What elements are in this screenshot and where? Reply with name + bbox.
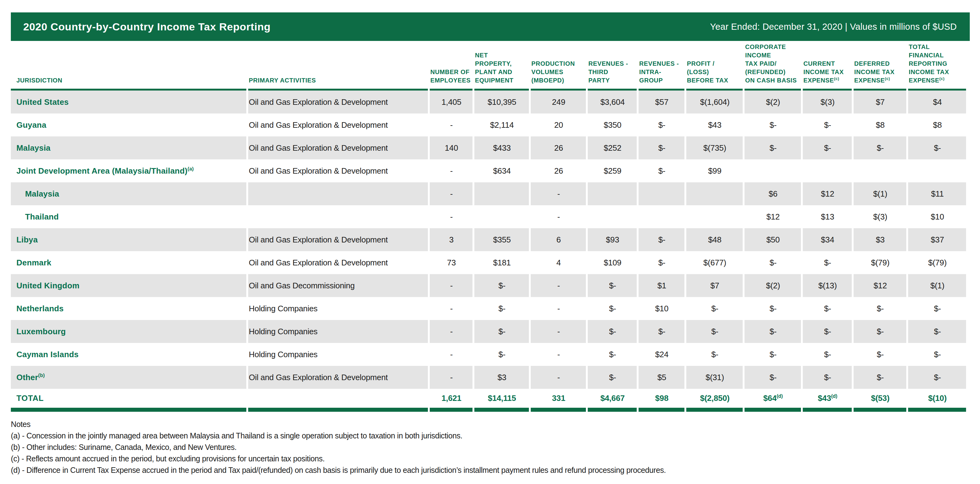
production-volumes-cell: 26 [531,136,586,160]
revenues-third-party-cell: $350 [588,113,637,136]
current-income-tax-expense-cell [803,160,852,182]
current-income-tax-expense-cell: $12 [803,182,852,205]
column-header-current-income-tax-expense: CURRENT INCOME TAX EXPENSE(c) [803,41,852,91]
net-property-plant-equipment-cell: $14,115 [474,389,529,412]
profit-loss-before-tax-cell: $(1,604) [686,91,743,113]
current-income-tax-expense-cell: $34 [803,228,852,251]
corporate-income-tax-paid-cell: $(2) [745,91,801,113]
corporate-income-tax-paid-cell: $- [745,343,801,366]
production-volumes-cell: 20 [531,113,586,136]
total-financial-reporting-income-tax-expense-cell: $- [908,366,966,389]
activity-cell: Holding Companies [248,320,428,343]
total-financial-reporting-income-tax-expense-cell: $11 [908,182,966,205]
revenues-third-party-cell: $3,604 [588,91,637,113]
activity-cell [248,205,428,228]
deferred-income-tax-expense-cell: $- [854,320,906,343]
header-row: JURISDICTIONPRIMARY ACTIVITIESNUMBER OF … [11,41,966,91]
deferred-income-tax-expense-cell: $- [854,297,906,320]
number-of-employees-cell: - [430,205,473,228]
total-financial-reporting-income-tax-expense-cell: $8 [908,113,966,136]
report-period-subtitle: Year Ended: December 31, 2020 | Values i… [710,22,957,32]
table-row: NetherlandsHolding Companies-$--$-$10$-$… [11,297,966,320]
activity-cell: Holding Companies [248,297,428,320]
profit-loss-before-tax-cell: $(677) [686,251,743,274]
note-item: (a) - Concession in the jointly managed … [11,430,970,441]
table-row: Thailand--$12$13$(3)$10 [11,205,966,228]
current-income-tax-expense-cell: $(13) [803,274,852,297]
revenues-intra-group-cell [639,205,684,228]
deferred-income-tax-expense-cell: $- [854,366,906,389]
profit-loss-before-tax-cell: $(2,850) [686,389,743,412]
revenues-intra-group-cell: $- [639,228,684,251]
table-row: Cayman IslandsHolding Companies-$--$-$24… [11,343,966,366]
number-of-employees-cell: - [430,343,473,366]
total-financial-reporting-income-tax-expense-cell: $(79) [908,251,966,274]
current-income-tax-expense-cell: $- [803,320,852,343]
table-row: Malaysia--$6$12$(1)$11 [11,182,966,205]
jurisdiction-cell: Denmark [11,251,246,274]
net-property-plant-equipment-cell: $2,114 [474,113,529,136]
number-of-employees-cell: 1,621 [430,389,473,412]
deferred-income-tax-expense-cell: $8 [854,113,906,136]
table-row: United StatesOil and Gas Exploration & D… [11,91,966,113]
jurisdiction-cell: Libya [11,228,246,251]
number-of-employees-cell: - [430,113,473,136]
jurisdiction-cell: Cayman Islands [11,343,246,366]
total-row: TOTAL1,621$14,115331$4,667$98$(2,850)$64… [11,389,966,412]
report-title-bar: 2020 Country-by-Country Income Tax Repor… [11,13,970,41]
net-property-plant-equipment-cell: $- [474,343,529,366]
production-volumes-cell: - [531,205,586,228]
revenues-third-party-cell: $- [588,274,637,297]
corporate-income-tax-paid-cell [745,160,801,182]
net-property-plant-equipment-cell: $10,395 [474,91,529,113]
deferred-income-tax-expense-cell: $- [854,343,906,366]
revenues-intra-group-cell: $24 [639,343,684,366]
number-of-employees-cell: 73 [430,251,473,274]
current-income-tax-expense-cell: $43(d) [803,389,852,412]
corporate-income-tax-paid-cell: $- [745,320,801,343]
table-row: GuyanaOil and Gas Exploration & Developm… [11,113,966,136]
jurisdiction-cell: TOTAL [11,389,246,412]
production-volumes-cell: - [531,182,586,205]
column-header-revenues-intra-group: REVENUES - INTRA- GROUP [639,41,684,91]
number-of-employees-cell: 1,405 [430,91,473,113]
deferred-income-tax-expense-cell: $3 [854,228,906,251]
production-volumes-cell: - [531,274,586,297]
revenues-intra-group-cell: $- [639,113,684,136]
activity-cell [248,182,428,205]
corporate-income-tax-paid-cell: $- [745,297,801,320]
jurisdiction-cell: United Kingdom [11,274,246,297]
note-item: (c) - Reflects amount accrued in the per… [11,453,970,465]
production-volumes-cell: 4 [531,251,586,274]
net-property-plant-equipment-cell: $3 [474,366,529,389]
activity-cell: Oil and Gas Exploration & Development [248,366,428,389]
corporate-income-tax-paid-cell: $- [745,366,801,389]
column-header-net-property-plant-equipment: NET PROPERTY, PLANT AND EQUIPMENT [474,41,529,91]
column-header-total-financial-reporting-income-tax-expense: TOTAL FINANCIAL REPORTING INCOME TAX EXP… [908,41,966,91]
total-financial-reporting-income-tax-expense-cell: $37 [908,228,966,251]
column-header-deferred-income-tax-expense: DEFERRED INCOME TAX EXPENSE(c) [854,41,906,91]
current-income-tax-expense-cell: $13 [803,205,852,228]
revenues-third-party-cell: $93 [588,228,637,251]
jurisdiction-cell: Guyana [11,113,246,136]
production-volumes-cell: 6 [531,228,586,251]
net-property-plant-equipment-cell: $634 [474,160,529,182]
current-income-tax-expense-cell: $- [803,136,852,160]
profit-loss-before-tax-cell: $- [686,297,743,320]
revenues-intra-group-cell: $5 [639,366,684,389]
total-financial-reporting-income-tax-expense-cell: $(1) [908,274,966,297]
production-volumes-cell: - [531,320,586,343]
profit-loss-before-tax-cell: $7 [686,274,743,297]
jurisdiction-cell: Other(b) [11,366,246,389]
number-of-employees-cell: 140 [430,136,473,160]
corporate-income-tax-paid-cell: $- [745,136,801,160]
production-volumes-cell: 249 [531,91,586,113]
net-property-plant-equipment-cell: $181 [474,251,529,274]
production-volumes-cell: 26 [531,160,586,182]
revenues-third-party-cell: $- [588,297,637,320]
revenues-intra-group-cell: $10 [639,297,684,320]
profit-loss-before-tax-cell: $- [686,320,743,343]
total-financial-reporting-income-tax-expense-cell: $- [908,136,966,160]
activity-cell: Oil and Gas Exploration & Development [248,91,428,113]
corporate-income-tax-paid-cell: $12 [745,205,801,228]
